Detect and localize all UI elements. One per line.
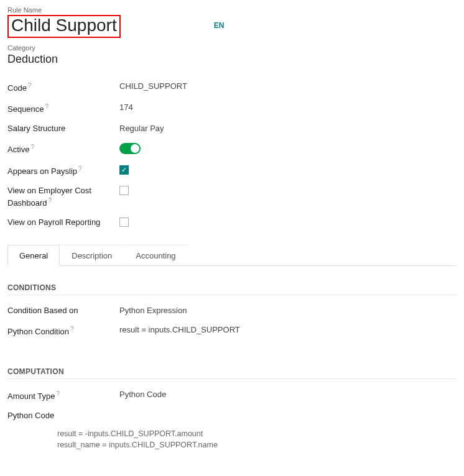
amount-type-value[interactable]: Python Code <box>119 390 166 399</box>
python-code-value[interactable]: result = -inputs.CHILD_SUPPORT.amount re… <box>57 428 457 451</box>
salary-structure-label: Salary Structure <box>7 124 119 134</box>
view-employer-cost-checkbox[interactable] <box>119 186 129 195</box>
code-label: Code? <box>7 81 119 94</box>
sequence-label: Sequence? <box>7 103 119 115</box>
code-value[interactable]: CHILD_SUPPORT <box>119 81 187 91</box>
help-icon[interactable]: ? <box>56 390 60 397</box>
language-badge[interactable]: EN <box>214 21 225 30</box>
appears-on-payslip-label: Appears on Payslip? <box>7 165 119 177</box>
computation-section-title: COMPUTATION <box>7 367 457 379</box>
active-toggle[interactable] <box>119 143 141 154</box>
help-icon[interactable]: ? <box>70 326 74 332</box>
view-employer-cost-label: View on Employer Cost Dashboard? <box>7 186 119 209</box>
appears-on-payslip-checkbox[interactable]: ✓ <box>119 165 129 175</box>
python-condition-value[interactable]: result = inputs.CHILD_SUPPORT <box>119 325 240 334</box>
view-payroll-reporting-label: View on Payroll Reporting <box>7 217 119 228</box>
tabs: General Description Accounting <box>7 244 457 266</box>
help-icon[interactable]: ? <box>45 103 49 110</box>
help-icon[interactable]: ? <box>78 165 82 172</box>
rule-name-highlight: Child Support <box>7 15 121 38</box>
category-value[interactable]: Deduction <box>7 53 457 66</box>
view-payroll-reporting-checkbox[interactable] <box>119 217 129 227</box>
condition-based-on-value[interactable]: Python Expression <box>119 306 187 315</box>
tab-general[interactable]: General <box>7 245 60 266</box>
amount-type-label: Amount Type? <box>7 390 119 402</box>
active-label: Active? <box>7 143 119 155</box>
python-code-label: Python Code <box>7 411 97 421</box>
help-icon[interactable]: ? <box>28 82 32 89</box>
rule-name-label: Rule Name <box>7 6 457 14</box>
category-label: Category <box>7 44 457 52</box>
sequence-value[interactable]: 174 <box>119 103 133 112</box>
help-icon[interactable]: ? <box>49 197 52 204</box>
help-icon[interactable]: ? <box>30 144 34 150</box>
condition-based-on-label: Condition Based on <box>7 306 119 316</box>
salary-structure-value[interactable]: Regular Pay <box>119 124 164 133</box>
tab-accounting[interactable]: Accounting <box>124 245 187 266</box>
conditions-section-title: CONDITIONS <box>7 283 457 295</box>
python-condition-label: Python Condition? <box>7 325 119 337</box>
rule-name-value[interactable]: Child Support <box>11 16 117 35</box>
tab-description[interactable]: Description <box>60 245 124 266</box>
